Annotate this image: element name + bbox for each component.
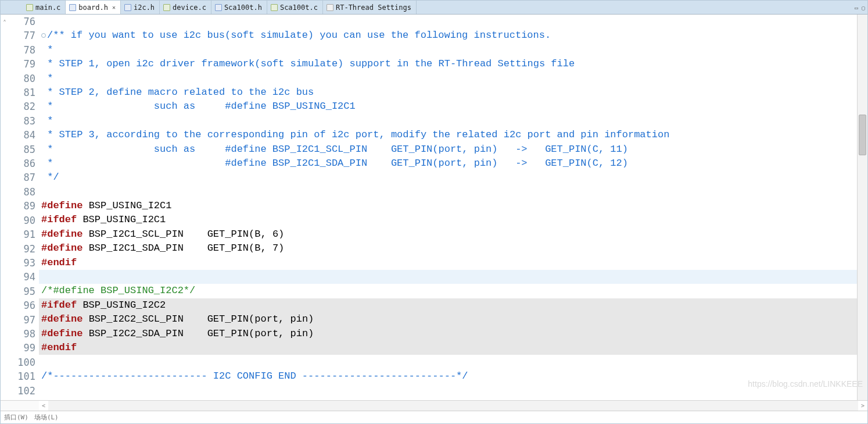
tab-label: Sca100t.h [224,3,262,12]
code-text: #ifdef BSP_USING_I2C1 [41,214,166,225]
line-number: 95 [11,284,35,298]
line-number: 100 [11,355,35,369]
code-line[interactable]: #define BSP_I2C2_SDA_PIN GET_PIN(port, p… [39,327,857,341]
code-line[interactable]: * STEP 2, define macro related to the i2… [39,85,857,99]
collapse-up-icon[interactable]: ˄ [3,19,6,27]
line-number: 81 [11,85,35,99]
code-line[interactable]: #ifdef BSP_USING_I2C2 [39,298,857,312]
tab-sca100t-h[interactable]: Sca100t.h [211,1,267,14]
file-icon [271,4,278,11]
tab-label: board.h [78,3,108,12]
maximize-editor-icon[interactable]: ▢ [862,5,865,11]
code-text: * [41,73,53,84]
line-number: 97 [11,313,35,327]
code-line[interactable] [39,15,857,28]
code-line[interactable]: #endif [39,256,857,270]
tab-device-c[interactable]: device.c [160,1,211,14]
code-text: * such as #define BSP_USING_I2C1 [41,101,356,112]
code-line[interactable]: /** if you want to use i2c bus(soft simu… [39,28,857,42]
file-icon [69,4,76,11]
line-number-gutter: 7677787980818283848586878889909192939495… [11,15,39,400]
line-number: 91 [11,227,35,241]
file-icon [124,4,131,11]
code-text: #ifdef BSP_USING_I2C2 [41,300,166,311]
line-number: 94 [11,270,35,284]
code-text: #endif [41,342,77,353]
tab-label: main.c [35,3,60,12]
code-line[interactable]: * STEP 1, open i2c driver framework(soft… [39,57,857,71]
code-line[interactable] [39,185,857,199]
line-number: 89 [11,199,35,213]
file-icon [215,4,222,11]
tab-label: RT-Thread Settings [336,3,411,12]
code-text: #define BSP_USING_I2C1 [41,200,171,211]
tab-i2c-h[interactable]: i2c.h [121,1,160,14]
tab-sca100t-c[interactable]: Sca100t.c [267,1,323,14]
editor-tab-bar: main.cboard.h✕i2c.hdevice.cSca100t.hSca1… [1,1,867,15]
code-line[interactable] [39,355,857,369]
window-controls: ▭ ▢ [855,1,865,15]
code-line[interactable]: /*-------------------------- I2C CONFIG … [39,369,857,383]
code-line[interactable]: */ [39,170,857,184]
code-line[interactable] [39,383,857,397]
hscroll-right-arrow-icon[interactable]: > [858,401,867,411]
line-number: 102 [11,384,35,398]
code-text: #define BSP_I2C1_SDA_PIN GET_PIN(B, 7) [41,243,284,254]
code-line[interactable]: * such as #define BSP_USING_I2C1 [39,99,857,113]
code-line[interactable]: * STEP 3, according to the corresponding… [39,128,857,142]
line-number: 79 [11,57,35,71]
code-text: #define BSP_I2C2_SCL_PIN GET_PIN(port, p… [41,313,314,325]
fold-toggle-icon[interactable] [41,33,46,38]
close-tab-icon[interactable]: ✕ [112,4,116,10]
code-text: * STEP 2, define macro related to the i2… [41,87,314,98]
code-line[interactable]: #endif [39,341,857,355]
minimize-editor-icon[interactable]: ▭ [855,5,858,11]
tab-main-c[interactable]: main.c [23,1,66,14]
line-number: 80 [11,72,35,85]
code-text: /** if you want to use i2c bus(soft simu… [47,30,551,41]
outline-bar[interactable]: ˄ [1,15,11,400]
line-number: 78 [11,43,35,57]
file-icon [26,4,33,11]
code-editor[interactable]: /** if you want to use i2c bus(soft simu… [39,15,857,400]
status-item: 场场(L) [34,413,59,422]
code-text: */ [41,172,59,183]
vertical-scroll-thumb[interactable] [859,115,866,155]
tab-rt-thread-settings[interactable]: RT-Thread Settings [323,1,417,14]
code-line[interactable]: * [39,72,857,85]
tab-board-h[interactable]: board.h✕ [66,1,121,14]
horizontal-scroll-row: < > [1,400,867,411]
tab-bar-left-gap [1,1,23,14]
status-bar: 插口(W) 场场(L) [1,411,867,423]
code-text: * such as #define BSP_I2C1_SCL_PIN GET_P… [41,144,628,155]
line-number: 83 [11,114,35,128]
file-icon [327,4,333,11]
code-line[interactable]: #define BSP_I2C2_SCL_PIN GET_PIN(port, p… [39,312,857,326]
line-number: 85 [11,142,35,156]
code-line[interactable]: #define BSP_I2C1_SDA_PIN GET_PIN(B, 7) [39,241,857,255]
vertical-scrollbar[interactable] [857,15,867,400]
code-line[interactable]: /*#define BSP_USING_I2C2*/ [39,284,857,298]
line-number: 96 [11,298,35,312]
code-text: * STEP 3, according to the corresponding… [41,129,669,140]
code-text: * STEP 1, open i2c driver framework(soft… [41,58,575,69]
line-number: 98 [11,327,35,341]
line-number: 101 [11,369,35,383]
tab-label: i2c.h [134,3,155,12]
code-text: * [41,115,53,126]
code-text: * [41,44,53,55]
line-number: 76 [11,15,35,28]
code-line[interactable]: #ifdef BSP_USING_I2C1 [39,213,857,227]
code-line[interactable]: * such as #define BSP_I2C1_SCL_PIN GET_P… [39,142,857,156]
line-number: 82 [11,99,35,113]
code-line[interactable]: * [39,43,857,57]
code-line[interactable]: #define BSP_USING_I2C1 [39,199,857,213]
code-line[interactable] [39,270,857,284]
code-line[interactable]: * [39,114,857,128]
line-number: 99 [11,341,35,355]
horizontal-scrollbar[interactable] [48,401,858,411]
hscroll-left-arrow-icon[interactable]: < [39,401,48,411]
code-line[interactable]: * #define BSP_I2C1_SDA_PIN GET_PIN(port,… [39,156,857,170]
code-line[interactable]: #define BSP_I2C1_SCL_PIN GET_PIN(B, 6) [39,227,857,241]
line-number: 84 [11,128,35,142]
